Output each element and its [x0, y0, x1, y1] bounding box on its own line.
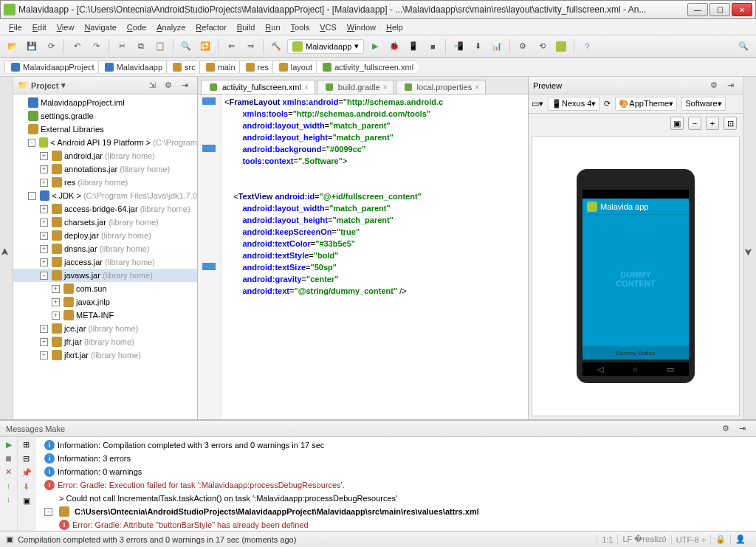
message-item[interactable]: > Could not call IncrementalTask.taskAct… [38, 492, 753, 505]
menu-build[interactable]: Build [233, 21, 259, 33]
breadcrumb-item[interactable]: res [239, 61, 275, 74]
search-icon[interactable]: 🔍 [735, 38, 752, 55]
menu-help[interactable]: Help [382, 21, 408, 33]
encoding[interactable]: UTF-8 ÷ [671, 535, 710, 544]
debug-icon[interactable]: 🐞 [386, 38, 402, 55]
redo-icon[interactable]: ↷ [88, 38, 104, 55]
undo-icon[interactable]: ↶ [69, 38, 85, 55]
tree-node[interactable]: External Libraries [13, 123, 197, 136]
filter-icon[interactable]: ▣ [23, 496, 30, 506]
close-tab-icon[interactable]: × [383, 83, 388, 92]
refresh-icon[interactable]: ⟳ [604, 99, 611, 109]
fold-marker[interactable] [202, 97, 216, 105]
minimize-button[interactable]: — [687, 3, 708, 16]
down-icon[interactable]: ↓ [7, 495, 11, 503]
message-item[interactable]: iInformation: Compilation completed with… [38, 438, 753, 452]
tree-node[interactable]: -javaws.jar (library home) [13, 269, 197, 282]
zoom-actual-icon[interactable]: ⊡ [724, 117, 737, 130]
messages-list[interactable]: iInformation: Compilation completed with… [35, 437, 756, 546]
close-tab-icon[interactable]: × [475, 83, 479, 92]
make-icon[interactable]: 🔨 [268, 38, 284, 55]
line-ending[interactable]: LF �realizó [617, 534, 670, 544]
stop-icon[interactable]: ■ [425, 38, 441, 55]
tree-node[interactable]: settings.gradle [13, 109, 197, 123]
close-tab-icon[interactable]: × [304, 83, 309, 92]
menu-run[interactable]: Run [261, 21, 284, 33]
breadcrumb-item[interactable]: src [166, 61, 202, 74]
right-gutter[interactable]: ⮞ [743, 77, 756, 419]
cut-icon[interactable]: ✂ [114, 38, 130, 55]
device-selector[interactable]: 📱Nexus 4▾ [548, 97, 599, 111]
gear-icon[interactable]: ⚙ [706, 78, 722, 94]
editor-tab[interactable]: local.properties × [396, 80, 486, 94]
hide-icon[interactable]: ⇥ [176, 78, 193, 94]
menu-edit[interactable]: Edit [28, 21, 51, 33]
fold-marker[interactable] [202, 263, 216, 270]
tree-node[interactable]: +jfxrt.jar (library home) [13, 348, 197, 362]
run-icon[interactable]: ▶ [367, 38, 383, 55]
inspector-icon[interactable]: 👤 [730, 534, 750, 544]
attach-icon[interactable]: 📱 [405, 38, 422, 55]
fold-marker[interactable] [202, 145, 216, 152]
hide-icon[interactable]: ⇥ [734, 421, 750, 437]
lock-icon[interactable]: 🔒 [710, 534, 730, 544]
code-editor[interactable]: <FrameLayout xmlns:android="http://schem… [198, 94, 528, 419]
forward-icon[interactable]: ⇒ [242, 38, 258, 55]
breadcrumb-item[interactable]: activity_fullscreen.xml [316, 61, 420, 74]
breadcrumb-item[interactable]: MalavidaappProject [4, 61, 101, 74]
sync-icon[interactable]: ⟳ [43, 38, 59, 55]
tree-node[interactable]: +javax.jnlp [13, 295, 197, 309]
toggle-tool-icon[interactable]: ▣ [6, 534, 13, 544]
tree-node[interactable]: +jce.jar (library home) [13, 322, 197, 335]
tree-node[interactable]: +deploy.jar (library home) [13, 229, 197, 242]
structure-icon[interactable]: ⚙ [515, 38, 531, 55]
tree-node[interactable]: +dnsns.jar (library home) [13, 242, 197, 255]
message-item[interactable]: !Error: Gradle: Execution failed for tas… [38, 478, 753, 492]
tree-node[interactable]: +res (library home) [13, 176, 197, 189]
project-tree[interactable]: MalavidaappProject.imlsettings.gradleExt… [13, 94, 197, 419]
code-text[interactable]: <FrameLayout xmlns:android="http://schem… [221, 94, 528, 419]
tree-node[interactable]: +access-bridge-64.jar (library home) [13, 202, 197, 216]
close-button[interactable]: ✕ [732, 3, 752, 16]
editor-tab[interactable]: activity_fullscreen.xml × [201, 80, 315, 94]
copy-icon[interactable]: ⧉ [133, 38, 149, 55]
menu-vcs[interactable]: VCS [315, 21, 341, 33]
open-icon[interactable]: 📂 [4, 38, 21, 55]
maximize-button[interactable]: ☐ [709, 3, 730, 16]
tree-node[interactable]: -< JDK > (C:\Program Files\Java\jdk1.7.0 [13, 189, 197, 202]
tree-node[interactable]: +com.sun [13, 282, 197, 295]
run-config-selector[interactable]: Malavidaapp ▾ [287, 39, 364, 54]
breadcrumb-item[interactable]: main [199, 61, 242, 74]
menu-window[interactable]: Window [343, 21, 380, 33]
tree-node[interactable]: +annotations.jar (library home) [13, 162, 197, 176]
gear-icon[interactable]: ⚙ [718, 421, 734, 437]
tree-node[interactable]: +jaccess.jar (library home) [13, 255, 197, 269]
save-icon[interactable]: 💾 [24, 38, 40, 55]
collapse-icon[interactable]: ⇲ [144, 78, 160, 94]
export-icon[interactable]: ⬇ [23, 482, 30, 492]
orientation-icon[interactable]: ▭▾ [532, 99, 543, 109]
find-icon[interactable]: 🔍 [178, 38, 194, 55]
left-gutter[interactable]: ⮜ [0, 77, 13, 419]
paste-icon[interactable]: 📋 [152, 38, 168, 55]
pin-icon[interactable]: 📌 [21, 468, 32, 478]
message-item[interactable]: iInformation: 3 errors [38, 452, 753, 465]
menu-code[interactable]: Code [123, 21, 151, 33]
menu-analyze[interactable]: Analyze [152, 21, 190, 33]
menu-tools[interactable]: Tools [286, 21, 315, 33]
collapse-icon[interactable]: ⊟ [23, 454, 30, 464]
sync2-icon[interactable]: ⟲ [534, 38, 550, 55]
breadcrumb-item[interactable]: layout [272, 61, 319, 74]
zoom-fit-icon[interactable]: ▣ [670, 117, 684, 130]
chevron-down-icon[interactable]: ▾ [61, 80, 66, 90]
avd-icon[interactable]: 📲 [450, 38, 467, 55]
menu-file[interactable]: File [4, 21, 27, 33]
theme-selector[interactable]: 🎨AppTheme▾ [615, 97, 677, 111]
hide-icon[interactable]: ⇥ [722, 78, 738, 94]
menu-refactor[interactable]: Refactor [191, 21, 231, 33]
back-icon[interactable]: ⇐ [223, 38, 239, 55]
editor-tab[interactable]: build.gradle × [317, 80, 394, 94]
gear-icon[interactable]: ⚙ [160, 78, 176, 94]
stop-icon[interactable]: ⏹ [4, 454, 13, 463]
message-item[interactable]: !Error: Gradle: Attribute "buttonBarStyl… [38, 518, 753, 531]
